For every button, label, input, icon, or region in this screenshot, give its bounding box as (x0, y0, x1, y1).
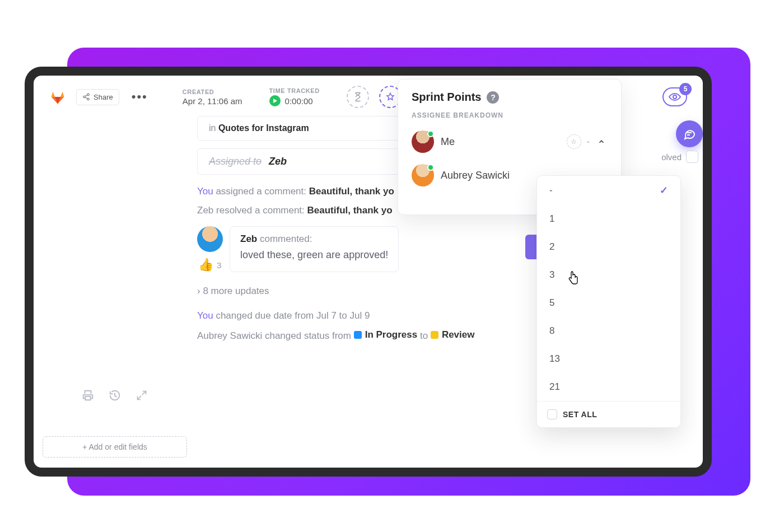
watchers-button[interactable]: 5 (662, 87, 687, 106)
points-option-2[interactable]: 2 (537, 233, 680, 261)
add-edit-fields-button[interactable]: + Add or edit fields (43, 436, 187, 458)
history-button[interactable] (108, 388, 122, 403)
points-option-5[interactable]: 5 (537, 289, 680, 317)
comment-verb: commented: (257, 234, 312, 244)
svg-point-1 (673, 95, 676, 99)
more-options-button[interactable]: ••• (129, 90, 150, 104)
expand-icon (136, 390, 147, 401)
created-meta: CREATED Apr 2, 11:06 am (183, 88, 242, 106)
resolved-checkbox[interactable] (686, 151, 698, 163)
star-outline-icon: ☆ (567, 134, 581, 149)
time-tracked-value: 0:00:00 (285, 96, 313, 106)
set-all-checkbox[interactable] (547, 409, 557, 419)
chat-icon (683, 127, 696, 141)
print-button[interactable] (81, 388, 95, 403)
avatar-zeb (197, 226, 223, 252)
comment-text: loved these, green are approved! (240, 249, 388, 261)
history-icon (109, 389, 121, 402)
status-from-chip (354, 331, 362, 339)
breadcrumb-list: Quotes for Instagram (218, 123, 309, 133)
gitlab-logo-icon (49, 88, 66, 105)
show-resolved-toggle[interactable]: olved (661, 151, 698, 163)
chat-fab-button[interactable] (676, 120, 703, 147)
avatar-me (412, 130, 434, 153)
points-option--[interactable]: -✓ (537, 176, 680, 205)
expand-button[interactable] (134, 388, 149, 403)
check-icon: ✓ (660, 184, 668, 197)
panel-subhead: ASSIGNEE BREAKDOWN (412, 111, 608, 119)
created-value: Apr 2, 11:06 am (183, 96, 242, 106)
thumbs-up-icon: 👍 (198, 258, 213, 272)
avatar-aubrey (412, 164, 434, 186)
share-label: Share (94, 93, 113, 101)
help-icon[interactable]: ? (487, 91, 499, 104)
assignee-name-me: Me (441, 136, 560, 148)
resolved-label: olved (661, 152, 682, 162)
created-label: CREATED (183, 88, 242, 95)
hourglass-icon (353, 92, 363, 102)
points-option-1[interactable]: 1 (537, 205, 680, 233)
points-option-13[interactable]: 13 (537, 345, 680, 373)
like-button[interactable]: 👍 3 (198, 258, 223, 272)
set-all-label: SET ALL (563, 410, 597, 419)
breadcrumb-prefix: in (209, 123, 218, 133)
set-all-button[interactable]: SET ALL (537, 401, 680, 427)
points-value-me: - (587, 137, 590, 147)
assignee-row-me: Me ☆ - (412, 130, 608, 153)
status-to-chip (431, 331, 438, 339)
like-count: 3 (217, 260, 221, 270)
share-icon (82, 93, 90, 101)
points-dropdown: -✓123581321 SET ALL (536, 175, 681, 428)
time-tracked-meta: TIME TRACKED 0:00:00 (269, 87, 320, 106)
points-option-3[interactable]: 3 (537, 261, 680, 289)
star-icon (385, 92, 395, 102)
start-timer-button[interactable] (269, 95, 281, 106)
chevron-up-icon (595, 136, 608, 148)
points-option-21[interactable]: 21 (537, 373, 680, 401)
assigned-to-label: Assigned to (209, 156, 262, 167)
printer-icon (82, 389, 94, 402)
time-tracked-label: TIME TRACKED (269, 87, 320, 94)
estimate-button[interactable] (347, 86, 369, 108)
watchers-count: 5 (679, 83, 692, 95)
eye-icon (668, 92, 682, 102)
share-button[interactable]: Share (76, 89, 119, 105)
points-selector-me[interactable]: ☆ - (567, 134, 608, 149)
panel-title: Sprint Points (412, 91, 481, 104)
assignee-name: Zeb (269, 156, 287, 167)
comment-author: Zeb (240, 234, 257, 244)
activity-actor: You (197, 186, 213, 197)
points-option-8[interactable]: 8 (537, 317, 680, 345)
